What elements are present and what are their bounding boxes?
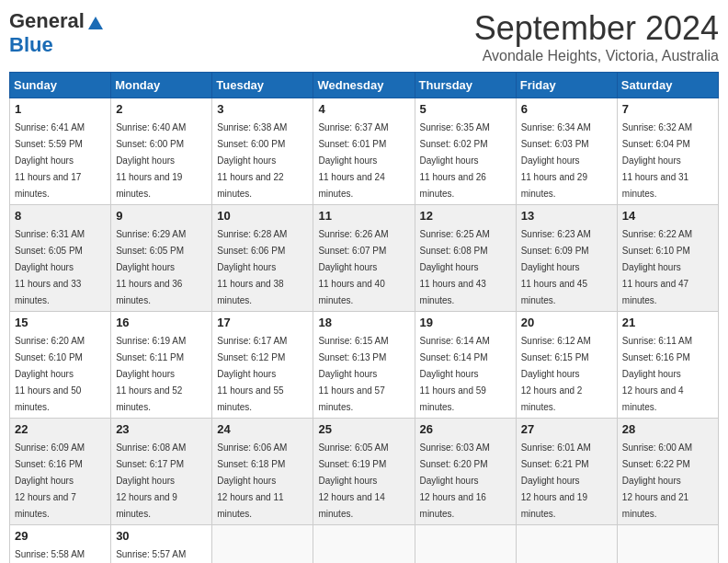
day-number: 12: [420, 209, 511, 223]
day-number: 10: [217, 209, 308, 223]
weekday-header-friday: Friday: [516, 73, 617, 98]
day-cell-14: 14 Sunrise: 6:22 AMSunset: 6:10 PMDaylig…: [617, 205, 718, 312]
logo-icon: [86, 15, 105, 33]
calendar-week-4: 22 Sunrise: 6:09 AMSunset: 6:16 PMDaylig…: [10, 419, 719, 525]
day-cell-11: 11 Sunrise: 6:26 AMSunset: 6:07 PMDaylig…: [313, 205, 415, 312]
day-cell-28: 28 Sunrise: 6:00 AMSunset: 6:22 PMDaylig…: [617, 419, 718, 525]
day-number: 25: [318, 422, 409, 436]
day-cell-23: 23 Sunrise: 6:08 AMSunset: 6:17 PMDaylig…: [111, 419, 212, 525]
weekday-header-wednesday: Wednesday: [313, 73, 415, 98]
day-info: Sunrise: 6:15 AMSunset: 6:13 PMDaylight …: [318, 336, 388, 412]
day-info: Sunrise: 6:28 AMSunset: 6:06 PMDaylight …: [217, 229, 287, 305]
day-number: 14: [622, 209, 713, 223]
empty-cell: [617, 525, 718, 564]
day-number: 18: [318, 316, 409, 329]
day-info: Sunrise: 6:25 AMSunset: 6:08 PMDaylight …: [420, 229, 490, 305]
empty-cell: [516, 525, 617, 564]
day-number: 1: [15, 102, 106, 116]
day-number: 23: [116, 422, 207, 436]
day-cell-12: 12 Sunrise: 6:25 AMSunset: 6:08 PMDaylig…: [415, 205, 516, 312]
location: Avondale Heights, Victoria, Australia: [474, 48, 719, 64]
day-info: Sunrise: 6:12 AMSunset: 6:15 PMDaylight …: [521, 336, 591, 412]
day-number: 7: [622, 102, 713, 116]
day-number: 21: [622, 316, 713, 329]
day-number: 9: [116, 209, 207, 223]
day-cell-4: 4 Sunrise: 6:37 AMSunset: 6:01 PMDayligh…: [313, 98, 415, 205]
day-cell-18: 18 Sunrise: 6:15 AMSunset: 6:13 PMDaylig…: [313, 312, 415, 419]
day-info: Sunrise: 6:37 AMSunset: 6:01 PMDaylight …: [318, 122, 388, 199]
day-number: 15: [15, 316, 106, 329]
day-number: 30: [116, 529, 207, 543]
day-cell-15: 15 Sunrise: 6:20 AMSunset: 6:10 PMDaylig…: [10, 312, 111, 419]
day-info: Sunrise: 6:19 AMSunset: 6:11 PMDaylight …: [116, 336, 186, 412]
weekday-header-thursday: Thursday: [415, 73, 516, 98]
day-info: Sunrise: 6:03 AMSunset: 6:20 PMDaylight …: [420, 442, 490, 519]
day-cell-1: 1 Sunrise: 6:41 AMSunset: 5:59 PMDayligh…: [10, 98, 111, 205]
day-info: Sunrise: 5:57 AMSunset: 6:23 PMDaylight …: [116, 549, 186, 563]
day-info: Sunrise: 6:14 AMSunset: 6:14 PMDaylight …: [420, 336, 490, 412]
empty-cell: [415, 525, 516, 564]
day-cell-5: 5 Sunrise: 6:35 AMSunset: 6:02 PMDayligh…: [415, 98, 516, 205]
title-section: September 2024 Avondale Heights, Victori…: [474, 9, 719, 64]
day-cell-19: 19 Sunrise: 6:14 AMSunset: 6:14 PMDaylig…: [415, 312, 516, 419]
day-number: 19: [420, 316, 511, 329]
day-info: Sunrise: 6:38 AMSunset: 6:00 PMDaylight …: [217, 122, 287, 199]
weekday-header-sunday: Sunday: [10, 73, 111, 98]
day-info: Sunrise: 6:41 AMSunset: 5:59 PMDaylight …: [15, 122, 85, 199]
day-cell-8: 8 Sunrise: 6:31 AMSunset: 6:05 PMDayligh…: [10, 205, 111, 312]
day-cell-9: 9 Sunrise: 6:29 AMSunset: 6:05 PMDayligh…: [111, 205, 212, 312]
day-info: Sunrise: 6:23 AMSunset: 6:09 PMDaylight …: [521, 229, 591, 305]
weekday-header-monday: Monday: [111, 73, 212, 98]
day-info: Sunrise: 6:05 AMSunset: 6:19 PMDaylight …: [318, 442, 388, 519]
day-info: Sunrise: 6:17 AMSunset: 6:12 PMDaylight …: [217, 336, 287, 412]
month-title: September 2024: [474, 9, 719, 48]
day-cell-6: 6 Sunrise: 6:34 AMSunset: 6:03 PMDayligh…: [516, 98, 617, 205]
day-info: Sunrise: 6:08 AMSunset: 6:17 PMDaylight …: [116, 442, 186, 519]
calendar-table: SundayMondayTuesdayWednesdayThursdayFrid…: [9, 72, 719, 563]
day-cell-10: 10 Sunrise: 6:28 AMSunset: 6:06 PMDaylig…: [212, 205, 313, 312]
day-number: 4: [318, 102, 409, 116]
day-number: 26: [420, 422, 511, 436]
day-info: Sunrise: 6:26 AMSunset: 6:07 PMDaylight …: [318, 229, 388, 305]
day-info: Sunrise: 6:31 AMSunset: 6:05 PMDaylight …: [15, 229, 85, 305]
logo: General Blue: [9, 9, 105, 57]
day-info: Sunrise: 6:01 AMSunset: 6:21 PMDaylight …: [521, 442, 591, 519]
empty-cell: [212, 525, 313, 564]
weekday-header-row: SundayMondayTuesdayWednesdayThursdayFrid…: [10, 73, 719, 98]
day-number: 29: [15, 529, 106, 543]
calendar-week-1: 1 Sunrise: 6:41 AMSunset: 5:59 PMDayligh…: [10, 98, 719, 205]
day-number: 6: [521, 102, 612, 116]
day-cell-29: 29 Sunrise: 5:58 AMSunset: 6:22 PMDaylig…: [10, 525, 111, 564]
day-info: Sunrise: 6:09 AMSunset: 6:16 PMDaylight …: [15, 442, 85, 519]
day-info: Sunrise: 6:06 AMSunset: 6:18 PMDaylight …: [217, 442, 287, 519]
day-number: 8: [15, 209, 106, 223]
day-info: Sunrise: 6:34 AMSunset: 6:03 PMDaylight …: [521, 122, 591, 199]
calendar-week-2: 8 Sunrise: 6:31 AMSunset: 6:05 PMDayligh…: [10, 205, 719, 312]
day-number: 5: [420, 102, 511, 116]
logo-general-text: General: [9, 9, 85, 33]
day-info: Sunrise: 5:58 AMSunset: 6:22 PMDaylight …: [15, 549, 85, 563]
day-cell-24: 24 Sunrise: 6:06 AMSunset: 6:18 PMDaylig…: [212, 419, 313, 525]
day-number: 27: [521, 422, 612, 436]
day-cell-21: 21 Sunrise: 6:11 AMSunset: 6:16 PMDaylig…: [617, 312, 718, 419]
page-header: General Blue September 2024 Avondale Hei…: [9, 9, 719, 64]
weekday-header-tuesday: Tuesday: [212, 73, 313, 98]
day-number: 17: [217, 316, 308, 329]
day-number: 22: [15, 422, 106, 436]
day-info: Sunrise: 6:35 AMSunset: 6:02 PMDaylight …: [420, 122, 490, 199]
day-cell-2: 2 Sunrise: 6:40 AMSunset: 6:00 PMDayligh…: [111, 98, 212, 205]
day-info: Sunrise: 6:22 AMSunset: 6:10 PMDaylight …: [622, 229, 692, 305]
day-info: Sunrise: 6:40 AMSunset: 6:00 PMDaylight …: [116, 122, 186, 199]
day-info: Sunrise: 6:11 AMSunset: 6:16 PMDaylight …: [622, 336, 692, 412]
day-number: 2: [116, 102, 207, 116]
day-cell-27: 27 Sunrise: 6:01 AMSunset: 6:21 PMDaylig…: [516, 419, 617, 525]
day-cell-30: 30 Sunrise: 5:57 AMSunset: 6:23 PMDaylig…: [111, 525, 212, 564]
day-number: 20: [521, 316, 612, 329]
empty-cell: [313, 525, 415, 564]
day-info: Sunrise: 6:29 AMSunset: 6:05 PMDaylight …: [116, 229, 186, 305]
logo-blue-text: Blue: [9, 33, 53, 57]
day-info: Sunrise: 6:32 AMSunset: 6:04 PMDaylight …: [622, 122, 692, 199]
day-number: 24: [217, 422, 308, 436]
day-cell-3: 3 Sunrise: 6:38 AMSunset: 6:00 PMDayligh…: [212, 98, 313, 205]
weekday-header-saturday: Saturday: [617, 73, 718, 98]
